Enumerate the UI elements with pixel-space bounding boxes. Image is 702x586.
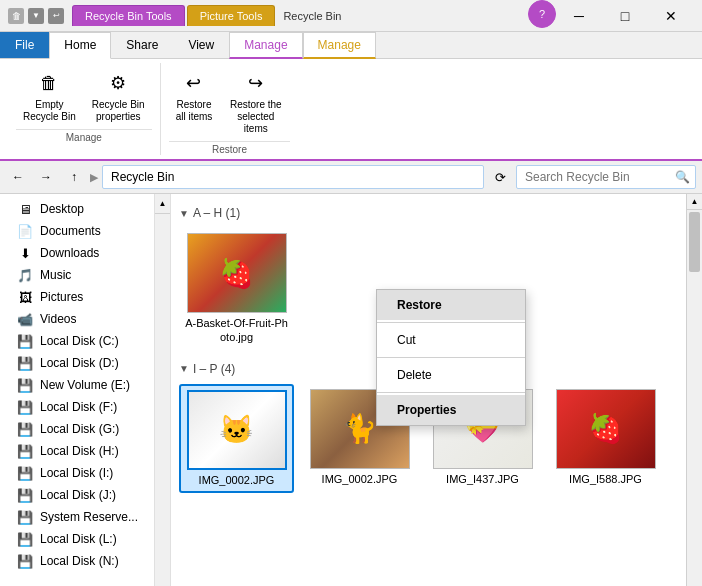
address-input[interactable] xyxy=(102,165,484,189)
recycle-properties-button[interactable]: ⚙ Recycle Binproperties xyxy=(85,63,152,127)
sidebar-documents-label: Documents xyxy=(40,224,101,238)
sidebar-disk-g-label: Local Disk (G:) xyxy=(40,422,119,436)
sidebar-item-music[interactable]: 🎵 Music xyxy=(0,264,154,286)
sidebar-desktop-label: Desktop xyxy=(40,202,84,216)
sidebar-scroll-up[interactable]: ▲ xyxy=(155,194,170,214)
title-bar: 🗑 ▼ ↩ Recycle Bin Tools Picture Tools Re… xyxy=(0,0,702,32)
file-name-heart: IMG_I437.JPG xyxy=(446,472,519,486)
sidebar-item-local-c[interactable]: 💾 Local Disk (C:) xyxy=(0,330,154,352)
file-item-cat1[interactable]: 🐱 IMG_0002.JPG xyxy=(179,384,294,493)
restore-all-label: Restoreall items xyxy=(176,99,213,123)
thumb-cat1: 🐱 xyxy=(187,390,287,470)
ribbon-tabs: File Home Share View Manage Manage xyxy=(0,32,702,59)
music-icon: 🎵 xyxy=(16,267,34,283)
sidebar-disk-n-label: Local Disk (N:) xyxy=(40,554,119,568)
recycle-bin-tools-tab[interactable]: Recycle Bin Tools xyxy=(72,5,185,26)
refresh-button[interactable]: ⟳ xyxy=(488,165,512,189)
disk-f-icon: 💾 xyxy=(16,399,34,415)
maximize-button[interactable]: □ xyxy=(602,0,648,32)
ribbon-manage-label: Manage xyxy=(16,129,152,143)
ctx-properties[interactable]: Properties xyxy=(377,395,525,425)
group-header-ah[interactable]: ▼ A – H (1) xyxy=(179,202,694,224)
sidebar-disk-e-label: New Volume (E:) xyxy=(40,378,130,392)
properties-label: Recycle Binproperties xyxy=(92,99,145,123)
disk-n-icon: 💾 xyxy=(16,553,34,569)
sidebar-disk-j-label: Local Disk (J:) xyxy=(40,488,116,502)
ribbon-manage-buttons: 🗑 EmptyRecycle Bin ⚙ Recycle Binproperti… xyxy=(16,63,152,127)
sidebar-item-downloads[interactable]: ⬇ Downloads xyxy=(0,242,154,264)
tab-home[interactable]: Home xyxy=(49,32,111,59)
app-icon: 🗑 xyxy=(8,8,24,24)
sidebar-music-label: Music xyxy=(40,268,71,282)
sidebar-pictures-label: Pictures xyxy=(40,290,83,304)
sidebar-item-local-l[interactable]: 💾 Local Disk (L:) xyxy=(0,528,154,550)
properties-icon: ⚙ xyxy=(102,67,134,99)
ctx-sep3 xyxy=(377,392,525,393)
ribbon: File Home Share View Manage Manage 🗑 Emp… xyxy=(0,32,702,161)
ctx-cut[interactable]: Cut xyxy=(377,325,525,355)
ctx-sep1 xyxy=(377,322,525,323)
empty-recycle-bin-button[interactable]: 🗑 EmptyRecycle Bin xyxy=(16,63,83,127)
tab-manage-picture[interactable]: Manage xyxy=(303,32,376,59)
minimize-button[interactable]: ─ xyxy=(556,0,602,32)
sidebar-item-local-h[interactable]: 💾 Local Disk (H:) xyxy=(0,440,154,462)
tab-share[interactable]: Share xyxy=(111,32,173,58)
sidebar-item-local-f[interactable]: 💾 Local Disk (F:) xyxy=(0,396,154,418)
disk-l-icon: 💾 xyxy=(16,531,34,547)
sidebar-videos-label: Videos xyxy=(40,312,76,326)
restore-selected-icon: ↪ xyxy=(240,67,272,99)
ribbon-restore-label: Restore xyxy=(169,141,291,155)
empty-recycle-label: EmptyRecycle Bin xyxy=(23,99,76,123)
sidebar-item-local-n[interactable]: 💾 Local Disk (N:) xyxy=(0,550,154,572)
forward-button[interactable]: → xyxy=(34,165,58,189)
file-scroll-track xyxy=(687,210,702,586)
file-scroll-up-btn[interactable]: ▲ xyxy=(687,194,702,210)
up-button[interactable]: ↑ xyxy=(62,165,86,189)
sidebar-downloads-label: Downloads xyxy=(40,246,99,260)
breadcrumb-separator: ▶ xyxy=(90,171,98,184)
window-controls: ? ─ □ ✕ xyxy=(528,0,694,32)
file-scroll-thumb[interactable] xyxy=(689,212,700,272)
sidebar-item-desktop[interactable]: 🖥 Desktop xyxy=(0,198,154,220)
group-label-ah: A – H (1) xyxy=(193,206,240,220)
sidebar-item-local-j[interactable]: 💾 Local Disk (J:) xyxy=(0,484,154,506)
sidebar-item-local-d[interactable]: 💾 Local Disk (D:) xyxy=(0,352,154,374)
search-icon: 🔍 xyxy=(675,170,690,184)
quick-access-icon: ▼ xyxy=(28,8,44,24)
ctx-delete[interactable]: Delete xyxy=(377,360,525,390)
sidebar-item-local-g[interactable]: 💾 Local Disk (G:) xyxy=(0,418,154,440)
sidebar: 🖥 Desktop 📄 Documents ⬇ Downloads 🎵 Musi… xyxy=(0,194,155,586)
help-button[interactable]: ? xyxy=(528,0,556,28)
search-box: 🔍 xyxy=(516,165,696,189)
back-button[interactable]: ← xyxy=(6,165,30,189)
sidebar-item-videos[interactable]: 📹 Videos xyxy=(0,308,154,330)
sidebar-item-local-i[interactable]: 💾 Local Disk (I:) xyxy=(0,462,154,484)
ribbon-group-manage: 🗑 EmptyRecycle Bin ⚙ Recycle Binproperti… xyxy=(8,63,161,155)
thumb-strawberry: 🍓 xyxy=(556,389,656,469)
ctx-sep2 xyxy=(377,357,525,358)
disk-sys-icon: 💾 xyxy=(16,509,34,525)
close-button[interactable]: ✕ xyxy=(648,0,694,32)
sidebar-item-pictures[interactable]: 🖼 Pictures xyxy=(0,286,154,308)
file-item-fruit[interactable]: 🍓 A-Basket-Of-Fruit-Photo.jpg xyxy=(179,228,294,350)
tab-manage-recycle[interactable]: Manage xyxy=(229,32,302,59)
tab-file[interactable]: File xyxy=(0,32,49,58)
file-name-cat1: IMG_0002.JPG xyxy=(199,473,275,487)
sidebar-disk-c-label: Local Disk (C:) xyxy=(40,334,119,348)
restore-all-button[interactable]: ↩ Restoreall items xyxy=(169,63,220,139)
restore-selected-button[interactable]: ↪ Restore theselected items xyxy=(221,63,290,139)
file-item-strawberry[interactable]: 🍓 IMG_I588.JPG xyxy=(548,384,663,493)
sidebar-item-local-e[interactable]: 💾 New Volume (E:) xyxy=(0,374,154,396)
picture-tools-tab[interactable]: Picture Tools xyxy=(187,5,276,26)
ribbon-restore-buttons: ↩ Restoreall items ↪ Restore theselected… xyxy=(169,63,291,139)
sidebar-item-system-reserved[interactable]: 💾 System Reserve... xyxy=(0,506,154,528)
sidebar-disk-l-label: Local Disk (L:) xyxy=(40,532,117,546)
ctx-restore[interactable]: Restore xyxy=(377,290,525,320)
search-input[interactable] xyxy=(525,170,675,184)
tab-view[interactable]: View xyxy=(173,32,229,58)
disk-d-icon: 💾 xyxy=(16,355,34,371)
file-name-cat2: IMG_0002.JPG xyxy=(322,472,398,486)
pictures-icon: 🖼 xyxy=(16,289,34,305)
sidebar-item-documents[interactable]: 📄 Documents xyxy=(0,220,154,242)
ribbon-group-restore: ↩ Restoreall items ↪ Restore theselected… xyxy=(161,63,299,155)
